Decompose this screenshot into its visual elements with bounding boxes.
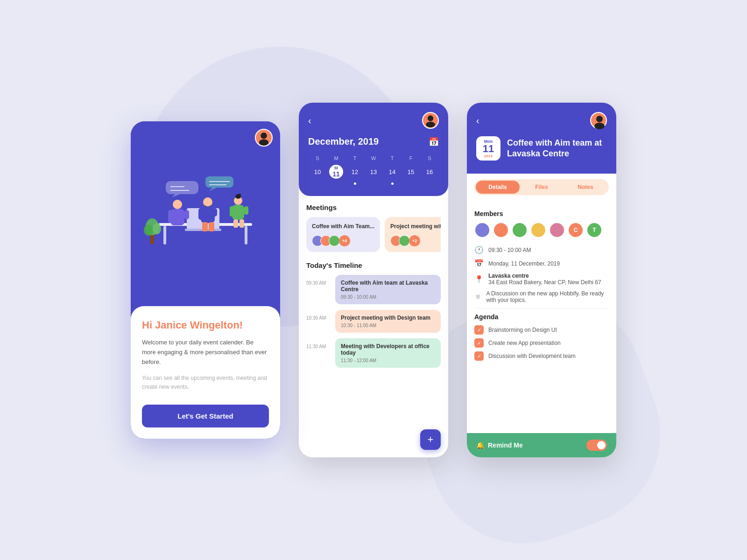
month-row: December, 2019 📅 <box>308 136 439 147</box>
description-text: A Discussion on the new app Hobbify. Be … <box>486 290 609 303</box>
timeline-event-1[interactable]: 10:30 AM Project meeting with Design tea… <box>306 310 441 333</box>
weekday-5: F <box>402 154 420 162</box>
agenda-item-1: ✓ Create new App presentation <box>474 338 609 348</box>
location-addr: 34 East Road Bakery, Near CP, New Delhi … <box>488 279 601 286</box>
svg-rect-21 <box>230 206 234 217</box>
date-badge: Mon 11 2019 <box>476 136 500 161</box>
timeline-event-2[interactable]: 11:30 AM Meeting with Developers at offi… <box>306 338 441 368</box>
remind-text: Remind Me <box>488 441 523 449</box>
svg-rect-13 <box>198 208 203 220</box>
svg-rect-10 <box>184 210 189 219</box>
face-3 <box>329 235 340 246</box>
event-title-row: Mon 11 2019 Coffee with Aim team at Lava… <box>476 136 607 161</box>
date-13[interactable]: 13 <box>366 165 381 179</box>
dot-4 <box>391 182 394 185</box>
meeting-card-0[interactable]: Coffee with Aim Team... +4 <box>306 217 380 252</box>
divider <box>474 308 609 308</box>
timeline: 09:30 AM Coffee with Aim team at Lavaska… <box>306 275 441 368</box>
event-card-2[interactable]: Meeting with Developers at office today … <box>335 338 441 368</box>
meeting-card-1[interactable]: Project meeting with Design... +2 <box>385 217 441 252</box>
screen3-body: Members C T 🕐 09:30 - 10:00 AM 📅 Mond <box>467 203 616 433</box>
event-name-1: Project meeting with Design team <box>341 315 435 321</box>
remind-label: 🔔 Remind Me <box>476 441 523 449</box>
location-info: 📍 Lavaska centre 34 East Road Bakery, Ne… <box>474 273 609 286</box>
dot-2 <box>354 182 356 185</box>
event-card-0[interactable]: Coffee with Aim team at Lavaska Centre 0… <box>335 275 441 304</box>
timeline-event-0[interactable]: 09:30 AM Coffee with Aim team at Lavaska… <box>306 275 441 304</box>
dots-row <box>308 182 439 185</box>
screen2-body-wrapper: Meetings Coffee with Aim Team... +4 Proj… <box>299 196 448 457</box>
member-0 <box>474 222 490 238</box>
svg-point-19 <box>238 194 241 196</box>
screen3-content: Details Files Notes Members C T 🕐 <box>467 174 616 457</box>
date-16[interactable]: 16 <box>423 165 437 179</box>
face-count-1: +2 <box>409 235 420 246</box>
badge-year: 2019 <box>484 154 493 158</box>
svg-point-40 <box>594 123 605 129</box>
tab-notes[interactable]: Notes <box>564 181 607 194</box>
screen2-body: Meetings Coffee with Aim Team... +4 Proj… <box>299 196 448 381</box>
badge-day-num: 11 <box>483 144 494 154</box>
date-15[interactable]: 15 <box>404 165 418 179</box>
remind-bar[interactable]: 🔔 Remind Me <box>467 433 616 457</box>
weekday-6: S <box>420 154 439 162</box>
agenda-text-1: Create new App presentation <box>488 340 561 346</box>
date-11[interactable]: M 11 <box>329 165 343 179</box>
date-12[interactable]: 12 <box>348 165 362 179</box>
remind-toggle[interactable] <box>586 440 607 451</box>
member-5: C <box>568 222 584 238</box>
upcoming-text: You can see all the upcoming events, mee… <box>142 374 269 392</box>
s2-nav: ‹ <box>308 112 439 129</box>
tab-files[interactable]: Files <box>520 181 564 194</box>
agenda-check-2: ✓ <box>474 351 484 361</box>
screen1-welcome: Hi Janice Wingelton! Welcome to your dai… <box>131 121 280 439</box>
screen2-calendar: ‹ December, 2019 📅 S M T W T F S <box>299 103 448 457</box>
weekday-1: M <box>327 154 345 162</box>
add-event-button[interactable]: + <box>420 429 441 450</box>
member-4 <box>549 222 565 238</box>
location-icon: 📍 <box>474 275 484 284</box>
avatar[interactable] <box>255 129 273 147</box>
event-name-2: Meeting with Developers at office today <box>341 343 435 356</box>
members-row: C T <box>474 222 609 238</box>
svg-rect-22 <box>244 206 248 215</box>
member-faces-1: +2 <box>390 235 441 246</box>
date-10[interactable]: 10 <box>310 165 324 179</box>
get-started-button[interactable]: Let's Get Started <box>142 405 269 427</box>
screen3-header: ‹ Mon 11 2019 Coffee with Aim team at La… <box>467 103 616 174</box>
avatar[interactable] <box>422 112 439 129</box>
time-label-0: 09:30 AM <box>306 275 331 286</box>
svg-point-39 <box>596 116 603 122</box>
agenda-item-2: ✓ Discussion with Development team <box>474 351 609 361</box>
s3-back-button[interactable]: ‹ <box>476 115 479 126</box>
event-card-1[interactable]: Project meeting with Design team 10:30 -… <box>335 310 441 333</box>
svg-rect-9 <box>168 210 173 223</box>
date-14[interactable]: 14 <box>385 165 399 179</box>
svg-rect-16 <box>209 222 214 231</box>
weekday-0: S <box>308 154 327 162</box>
svg-rect-4 <box>245 226 247 245</box>
calendar-icon-button[interactable]: 📅 <box>429 137 439 147</box>
tab-row: Details Files Notes <box>474 179 609 195</box>
s3-avatar[interactable] <box>590 112 607 129</box>
meeting-card-title-1: Project meeting with Design... <box>390 223 441 231</box>
agenda-text-2: Discussion with Development team <box>488 353 576 359</box>
bell-icon: 🔔 <box>476 441 484 449</box>
svg-rect-14 <box>212 208 217 217</box>
location-text: Lavaska centre 34 East Road Bakery, Near… <box>488 273 601 286</box>
event-period-2: 11:30 - 12:00 AM <box>341 358 435 363</box>
weekday-4: T <box>383 154 402 162</box>
tab-details[interactable]: Details <box>476 181 520 194</box>
agenda-check-0: ✓ <box>474 325 484 335</box>
timeline-title: Today's Timeline <box>306 261 441 269</box>
time-label-2: 11:30 AM <box>306 338 331 349</box>
members-label: Members <box>474 210 609 217</box>
week-dates-row: 10 M 11 12 13 14 15 16 <box>308 165 439 179</box>
description-info: ≡ A Discussion on the new app Hobbify. B… <box>474 290 609 303</box>
event-period-1: 10:30 - 11:00 AM <box>341 323 435 328</box>
svg-rect-24 <box>240 219 244 228</box>
calendar-icon: 📅 <box>474 259 484 268</box>
description-icon: ≡ <box>474 293 481 301</box>
face-2-b <box>399 235 410 246</box>
back-button[interactable]: ‹ <box>308 115 311 126</box>
